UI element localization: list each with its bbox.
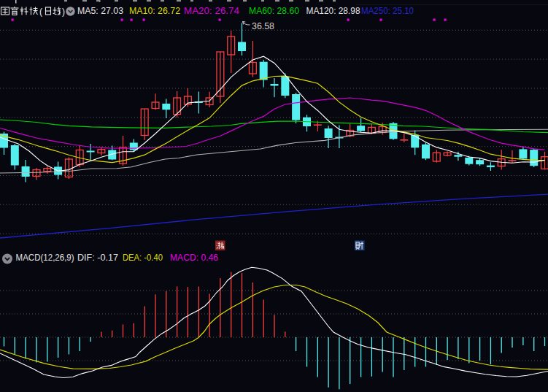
svg-text:MACD: 0.46: MACD: 0.46 bbox=[170, 253, 218, 263]
svg-text:): ) bbox=[62, 7, 65, 17]
svg-text:MA60: 28.60: MA60: 28.60 bbox=[249, 6, 299, 16]
svg-text:MA20: 26.74: MA20: 26.74 bbox=[184, 6, 239, 16]
svg-text:DEA: -0.40: DEA: -0.40 bbox=[123, 253, 163, 263]
svg-text:MA5: 27.03: MA5: 27.03 bbox=[77, 6, 123, 16]
svg-text:MA10: 26.72: MA10: 26.72 bbox=[129, 6, 180, 16]
svg-text:(: ( bbox=[39, 7, 42, 17]
svg-text:MA120: 28.98: MA120: 28.98 bbox=[306, 6, 360, 16]
svg-text:MACD(12,26,9): MACD(12,26,9) bbox=[16, 253, 74, 263]
svg-text:DIF: -0.17: DIF: -0.17 bbox=[77, 253, 118, 263]
svg-text:MA250: 25.10: MA250: 25.10 bbox=[361, 6, 414, 16]
svg-text:36.58: 36.58 bbox=[252, 21, 274, 31]
